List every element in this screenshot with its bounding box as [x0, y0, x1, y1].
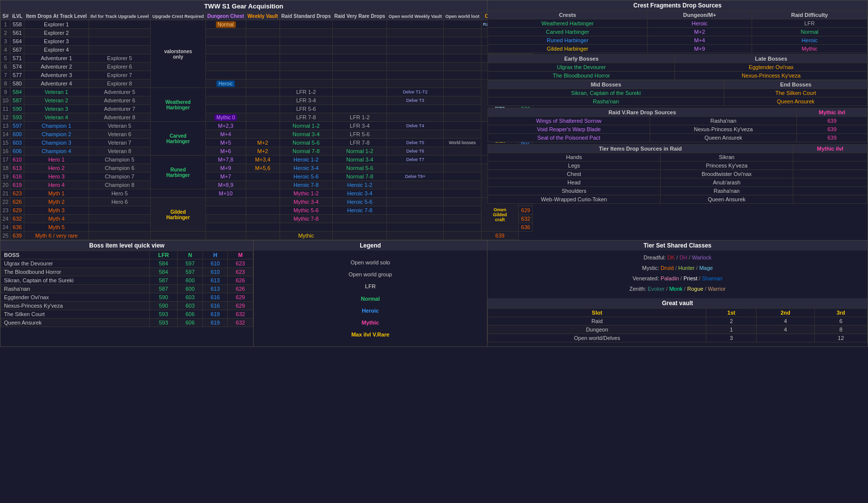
bosses-crest-table: Early Bosses Late Bosses Ulgrax the Devo… [487, 54, 868, 80]
row-track-upgrade: Champion 6 [89, 164, 151, 172]
gear-table: S# iLVL Item Drops At Track Level Ilvl f… [0, 12, 533, 240]
row-track-upgrade: Adventurer 7 [89, 105, 151, 113]
boss-quickview-row: Nexus-Princess Ky'veza590603616629 [1, 302, 253, 310]
row-ow-loot [444, 88, 482, 96]
row-track: Champion 1 [24, 122, 89, 130]
row-weekly [246, 113, 280, 122]
row-ow-loot [444, 71, 482, 80]
right-panel: Crest Fragments Drop Sources Crests Dung… [487, 0, 868, 241]
row-raid-std: Normal 7-8 [280, 147, 332, 156]
row-ow-loot [444, 46, 482, 54]
row-dungeon: M+2,3 [205, 122, 246, 130]
row-weekly [246, 215, 280, 223]
legend-item: Mythic [264, 317, 477, 329]
legend-item: Open world group [264, 268, 477, 280]
row-ow-loot [444, 130, 482, 139]
legend-item: Open world solo [264, 256, 477, 268]
row-track-upgrade [89, 20, 151, 29]
tier-class-name: Warrior [708, 286, 726, 292]
tier-class-name: Mage [699, 265, 713, 271]
row-dungeon [205, 46, 246, 54]
col-dungeoncrest: Dungeon Chest [205, 12, 246, 20]
crests-table: Crests Dungeon/M+ Raid Difficulty Weathe… [487, 10, 868, 53]
row-track: Explorer 3 [24, 37, 89, 46]
crest-required-cell: GildedHarbinger [151, 198, 206, 232]
row-ow-weekly [387, 37, 444, 46]
row-ow-weekly [387, 20, 444, 29]
table-row: 3564Explorer 3564 [1, 37, 533, 46]
crest-name: Gilded Harbinger [488, 45, 648, 53]
table-row: 15603Champion 3Veteran 7M+5M+2Normal 5-6… [1, 139, 533, 147]
row-raid-rare: Normal 7-8 [333, 172, 387, 181]
raid-vrare-title: Raid V.Rare Drop Sources [488, 108, 797, 117]
boss-col-lfr: LFR [149, 251, 178, 259]
boss-h: 619 [202, 310, 228, 319]
row-weekly [246, 198, 280, 206]
row-dungeon [205, 88, 246, 96]
row-ilvl: 577 [10, 71, 24, 80]
row-dungeon [205, 198, 246, 206]
col-raidvr: Raid Very Rare Drops [333, 12, 387, 20]
row-raid-rare: Normal 5-6 [333, 164, 387, 172]
row-ow-loot [444, 63, 482, 71]
row-raid-rare [333, 71, 387, 80]
row-ow-weekly [387, 54, 444, 63]
great-vault-table: Slot 1st 2nd 3rd Raid246Dungeon148Open w… [487, 308, 868, 342]
row-ow-weekly: Delve T7 [387, 156, 444, 164]
boss-quickview-row: Queen Ansurek593606619632 [1, 319, 253, 327]
row-ilvl: 619 [10, 181, 24, 189]
row-ilvl: 587 [10, 96, 24, 105]
row-ilvl: 584 [10, 88, 24, 96]
tier-mythic-ilvl: Mythic ilvl [793, 145, 867, 153]
boss-n: 603 [178, 302, 203, 310]
table-row: 9584Veteran 1Adventurer 5WeatheredHarbin… [1, 88, 533, 96]
table-row: 22626Myth 2Hero 6GildedHarbingerMythic 3… [1, 198, 533, 206]
row-ilvl: 558 [10, 20, 24, 29]
row-track-upgrade [89, 215, 151, 223]
crests-col: Crests [488, 11, 648, 19]
row-ow-weekly: Delve T1-T2 [387, 88, 444, 96]
boss-col-h: H [202, 251, 228, 259]
row-track-upgrade: Veteran 5 [89, 122, 151, 130]
row-weekly [246, 46, 280, 54]
row-dungeon: M+10 [205, 189, 246, 198]
row-ilvl: 593 [10, 113, 24, 122]
row-ow-loot [444, 215, 482, 223]
row-ow-weekly [387, 29, 444, 37]
vrare-ilvl: 639 [797, 125, 868, 134]
row-ow-loot [444, 122, 482, 130]
row-raid-std: Mythic 7-8 [280, 215, 332, 223]
row-raid-rare [333, 54, 387, 63]
row-raid-rare [333, 80, 387, 88]
row-raid-rare [333, 29, 387, 37]
crest-required-cell: RunedHarbinger [151, 156, 206, 189]
boss-name: Sikran, Captain of the Sureki [1, 276, 150, 285]
row-raid-std: Mythic 1-2 [280, 189, 332, 198]
dungeon-col: Dungeon/M+ [647, 11, 752, 19]
crest-required-cell-empty [151, 189, 206, 198]
gv-3rd: 6 [814, 317, 867, 325]
row-track-upgrade: Adventurer 5 [89, 88, 151, 96]
boss-m: 632 [228, 310, 253, 319]
tier-ilvl [793, 153, 867, 162]
row-ow-weekly [387, 71, 444, 80]
row-raid-rare: LFR 7-8 [333, 139, 387, 147]
row-track-upgrade [89, 206, 151, 215]
row-ilvl: 567 [10, 46, 24, 54]
gv-2nd: 4 [757, 317, 815, 325]
crest-row: Runed HarbingerM+4Heroic [488, 36, 868, 45]
tier-boss: Queen Ansurek [660, 195, 793, 204]
row-ow-loot [444, 29, 482, 37]
vrare-name: Seal of the Poisoned Pact [488, 134, 650, 142]
row-raid-rare [333, 46, 387, 54]
row-dungeon [205, 96, 246, 105]
row-raid-rare [333, 88, 387, 96]
row-weekly: M+5,6 [246, 164, 280, 172]
gv-2nd: 4 [757, 325, 815, 334]
tier-boss: Princess Ky'veza [660, 162, 793, 170]
row-weekly [246, 223, 280, 232]
late-boss-name: Eggtender Ovi'nax [675, 63, 868, 72]
legend-item: LFR [264, 280, 477, 292]
row-raid-std [280, 80, 332, 88]
tier-ilvl [793, 162, 867, 170]
